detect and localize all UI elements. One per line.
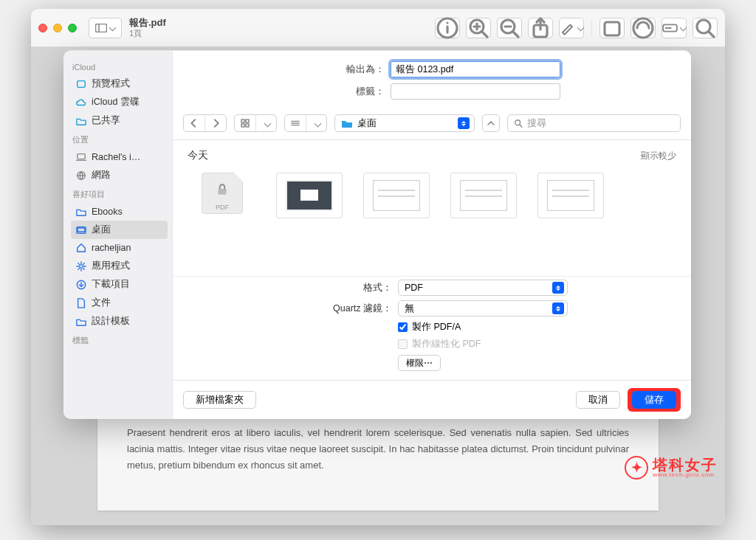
svg-point-4	[446, 21, 448, 24]
chevron-down-icon	[256, 115, 276, 131]
sidebar-heading-favorites: 喜好項目	[72, 189, 166, 200]
group-by-button[interactable]	[284, 114, 327, 132]
history-nav[interactable]	[183, 114, 227, 132]
folder-icon	[75, 316, 87, 328]
pdfa-checkbox[interactable]: 製作 PDF/A	[398, 321, 568, 333]
sidebar-item-label: 已共享	[92, 114, 120, 127]
thumbnail-row: PDF	[186, 168, 678, 226]
sidebar-item-label: 應用程式	[92, 260, 130, 272]
export-sheet: iCloud 預覽程式 iCloud 雲碟 已共享 位置 Rachel's i……	[63, 50, 691, 419]
sidebar-item-templates[interactable]: 設計模板	[71, 312, 168, 330]
file-thumb-pdf[interactable]: PDF	[189, 173, 255, 218]
file-thumb[interactable]	[276, 173, 343, 218]
forward-icon[interactable]	[205, 115, 226, 131]
svg-line-36	[520, 125, 522, 127]
pdfa-checkbox-input[interactable]	[398, 322, 408, 332]
sidebar-item-label: Rachel's i…	[92, 152, 140, 162]
location-toolbar: 桌面 搜尋	[173, 110, 691, 140]
new-folder-button[interactable]: 新增檔案夾	[183, 391, 256, 409]
file-thumb[interactable]	[537, 173, 604, 218]
search-button[interactable]	[693, 18, 718, 38]
sidebar-item-desktop[interactable]: 桌面	[71, 221, 168, 239]
search-placeholder: 搜尋	[527, 117, 546, 130]
sidebar-toggle-button[interactable]	[89, 18, 122, 38]
collapse-sheet-button[interactable]	[482, 114, 500, 132]
quartz-select[interactable]: 無	[398, 300, 568, 316]
tags-input[interactable]	[391, 83, 560, 100]
sidebar-heading-tags: 標籤	[72, 335, 166, 346]
svg-line-6	[482, 32, 487, 37]
zoom-in-button[interactable]	[466, 18, 491, 38]
svg-rect-29	[246, 120, 249, 122]
share-button[interactable]	[528, 18, 553, 38]
toolbar-divider	[591, 21, 592, 35]
search-field[interactable]: 搜尋	[507, 114, 681, 132]
group-icon	[285, 115, 306, 131]
svg-rect-20	[78, 80, 86, 87]
sidebar-item-home[interactable]: racheljian	[71, 239, 168, 257]
document-icon	[75, 297, 87, 309]
sidebar-item-label: 文件	[92, 297, 111, 309]
sidebar-item-network[interactable]: 網路	[71, 166, 168, 184]
preview-window: 報告.pdf 1頁 tempus, felis vel porttitor vi…	[31, 9, 725, 525]
sheet-main: 輸出為： 標籤：	[173, 51, 691, 419]
highlight-ring: 儲存	[628, 388, 681, 412]
linear-checkbox-input	[398, 339, 408, 349]
section-heading: 今天	[188, 149, 208, 162]
svg-rect-0	[96, 24, 107, 32]
info-button[interactable]	[435, 18, 460, 38]
sidebar-item-icloud-drive[interactable]: iCloud 雲碟	[71, 93, 168, 111]
applications-icon	[75, 260, 87, 272]
zoom-window-button[interactable]	[68, 24, 77, 32]
sheet-footer: 新增檔案夾 取消 儲存	[173, 380, 691, 419]
sidebar-item-ebooks[interactable]: Ebooks	[71, 203, 168, 221]
sidebar-item-downloads[interactable]: 下載項目	[71, 275, 168, 294]
show-less-link[interactable]: 顯示較少	[641, 150, 676, 162]
filename-input[interactable]	[391, 61, 560, 77]
folder-icon	[75, 206, 87, 218]
sidebar-item-documents[interactable]: 文件	[71, 294, 168, 312]
file-thumb[interactable]	[363, 173, 430, 218]
sidebar-item-preview-app[interactable]: 預覽程式	[71, 75, 168, 93]
watermark-url: www.tech-girlz.com	[653, 472, 718, 478]
sidebar-item-label: iCloud 雲碟	[92, 96, 140, 108]
document-subtitle: 1頁	[129, 29, 218, 38]
save-button[interactable]: 儲存	[632, 391, 676, 409]
quartz-label: Quartz 濾鏡：	[296, 302, 392, 315]
sidebar-item-shared[interactable]: 已共享	[71, 111, 168, 130]
svg-rect-25	[78, 227, 85, 231]
format-value: PDF	[405, 283, 423, 293]
laptop-icon	[75, 151, 87, 163]
cancel-button[interactable]: 取消	[576, 391, 620, 409]
close-window-button[interactable]	[38, 24, 47, 32]
pdfa-checkbox-label: 製作 PDF/A	[412, 321, 461, 333]
export-options: 格式： PDF Quartz 濾鏡： 無 製作	[173, 276, 691, 380]
rotate-button[interactable]	[599, 18, 625, 38]
watermark-icon: ✦	[625, 456, 648, 480]
sidebar-item-mac[interactable]: Rachel's i…	[71, 148, 168, 166]
lock-icon	[216, 183, 229, 195]
highlight-button[interactable]	[630, 18, 656, 38]
sidebar-item-label: Ebooks	[92, 207, 123, 217]
file-thumb[interactable]	[450, 173, 517, 218]
back-icon[interactable]	[184, 115, 205, 131]
document-title-block: 報告.pdf 1頁	[129, 18, 218, 37]
location-picker[interactable]: 桌面	[334, 114, 475, 132]
sidebar-item-label: 下載項目	[92, 278, 130, 291]
zoom-out-button[interactable]	[497, 18, 522, 38]
format-label: 格式：	[296, 282, 392, 294]
updown-arrows-icon	[458, 117, 470, 129]
linear-checkbox-label: 製作線性化 PDF	[412, 338, 481, 350]
form-button[interactable]	[662, 18, 687, 38]
markup-button[interactable]	[559, 18, 584, 38]
view-mode-button[interactable]	[234, 114, 277, 132]
minimize-window-button[interactable]	[53, 24, 62, 32]
icon-view-icon	[235, 115, 256, 131]
titlebar: 報告.pdf 1頁	[31, 9, 725, 47]
sidebar-item-applications[interactable]: 應用程式	[71, 257, 168, 275]
format-select[interactable]: PDF	[398, 280, 568, 296]
sidebar-heading-locations: 位置	[72, 134, 166, 145]
permissions-button[interactable]: 權限⋯	[398, 355, 441, 371]
sidebar-item-label: 預覽程式	[92, 77, 130, 90]
linear-checkbox[interactable]: 製作線性化 PDF	[398, 338, 568, 350]
